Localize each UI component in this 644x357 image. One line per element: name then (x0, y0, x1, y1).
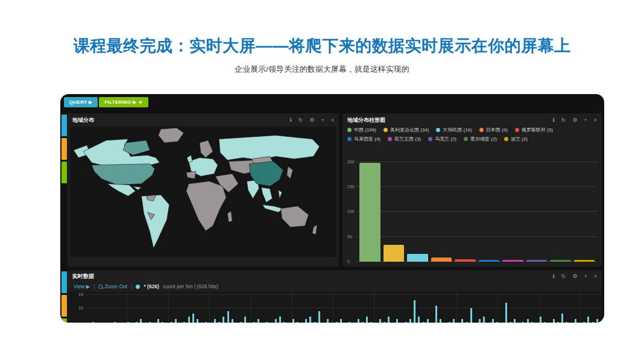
histogram-bar[interactable] (449, 322, 450, 323)
bar-3[interactable] (407, 254, 428, 262)
histogram-bar[interactable] (492, 319, 494, 323)
move-icon[interactable]: + (321, 118, 324, 123)
bar-7[interactable] (502, 260, 523, 262)
legend-item[interactable]: 荷兰王国 (3) (388, 136, 421, 142)
histogram-bar[interactable] (540, 317, 541, 323)
close-icon[interactable]: × (594, 274, 597, 279)
row-tab-green[interactable] (62, 162, 67, 183)
legend-item[interactable]: 美利坚合众国 (34) (384, 127, 429, 133)
histogram-bar[interactable] (223, 317, 224, 323)
legend-item[interactable]: 马来西亚 (4) (347, 136, 380, 142)
region-greenland[interactable] (159, 128, 184, 143)
bar-8[interactable] (526, 260, 548, 262)
histogram-bar[interactable] (275, 319, 277, 323)
histogram-bar[interactable] (114, 322, 116, 323)
histogram-bar[interactable] (453, 319, 455, 323)
region-australia[interactable] (281, 206, 309, 227)
histogram-bar[interactable] (349, 322, 350, 323)
histogram-bar[interactable] (505, 303, 507, 323)
bar-6[interactable] (479, 260, 500, 262)
legend-item[interactable]: 塞尔维亚 (2) (464, 136, 497, 142)
histogram-bar[interactable] (183, 322, 185, 323)
histogram-bar[interactable] (314, 322, 316, 323)
histogram-bar[interactable] (496, 322, 498, 323)
legend-item[interactable]: 俄罗斯联邦 (5) (515, 127, 553, 133)
histogram-bar[interactable] (362, 322, 364, 323)
histogram-bar[interactable] (318, 311, 320, 323)
region-iberia[interactable] (186, 171, 196, 178)
histogram-bar[interactable] (162, 322, 163, 323)
close-icon[interactable]: × (594, 118, 597, 123)
histogram-plot[interactable]: 1015 (68, 292, 602, 323)
histogram-bar[interactable] (561, 314, 563, 323)
histogram-bar[interactable] (279, 317, 281, 323)
histogram-bar[interactable] (240, 322, 242, 323)
world-map[interactable] (70, 127, 336, 257)
histogram-bar[interactable] (479, 319, 481, 323)
bar-4[interactable] (431, 257, 452, 262)
row-tab-orange[interactable] (62, 295, 67, 317)
histogram-bar[interactable] (175, 319, 177, 323)
row-tab-cyan[interactable] (62, 115, 67, 136)
histogram-bar[interactable] (292, 319, 294, 323)
histogram-bar[interactable] (366, 317, 368, 323)
histogram-bar[interactable] (218, 322, 220, 323)
histogram-bar[interactable] (244, 317, 246, 323)
bar-9[interactable] (550, 260, 571, 262)
histogram-bar[interactable] (266, 322, 268, 323)
histogram-bar[interactable] (440, 319, 441, 323)
info-icon[interactable]: ℹ (552, 118, 554, 123)
view-link[interactable]: View ▶ (74, 283, 90, 289)
histogram-bar[interactable] (327, 319, 329, 323)
histogram-bar[interactable] (435, 306, 437, 323)
histogram-bar[interactable] (553, 319, 555, 323)
histogram-bar[interactable] (358, 319, 359, 323)
histogram-bar[interactable] (409, 319, 411, 323)
histogram-bar[interactable] (427, 319, 429, 323)
histogram-bar[interactable] (483, 317, 485, 323)
region-indonesia[interactable] (262, 205, 283, 212)
histogram-bar[interactable] (92, 322, 94, 323)
histogram-bar[interactable] (188, 317, 190, 323)
histogram-bar[interactable] (127, 322, 129, 323)
histogram-bar[interactable] (370, 322, 372, 323)
row-tab-green[interactable] (62, 318, 67, 323)
histogram-bar[interactable] (522, 322, 524, 323)
close-icon[interactable]: × (331, 118, 334, 123)
legend-item[interactable]: 中国 (199) (347, 127, 376, 133)
refresh-icon[interactable]: ↻ (561, 274, 566, 279)
histogram-bar[interactable] (414, 300, 415, 323)
histogram-bar[interactable] (149, 322, 151, 323)
histogram-bar[interactable] (232, 319, 233, 323)
histogram-bar[interactable] (418, 317, 420, 323)
gear-icon[interactable]: ⚙ (309, 118, 314, 123)
region-mexico[interactable] (107, 184, 135, 197)
move-icon[interactable]: + (584, 274, 587, 279)
histogram-bar[interactable] (205, 322, 207, 323)
histogram-bar[interactable] (527, 319, 529, 323)
region-se-asia[interactable] (261, 188, 272, 203)
histogram-bar[interactable] (470, 308, 472, 323)
histogram-bar[interactable] (227, 311, 229, 323)
bar-2[interactable] (384, 245, 405, 262)
histogram-bar[interactable] (575, 319, 576, 323)
bar-10[interactable] (574, 260, 595, 262)
region-south-america[interactable] (142, 195, 169, 248)
region-africa[interactable] (186, 182, 226, 231)
histogram-bar[interactable] (283, 322, 285, 323)
histogram-bar[interactable] (566, 322, 567, 323)
bar-1[interactable] (359, 163, 380, 262)
region-scandinavia[interactable] (200, 141, 213, 158)
row-tab-orange[interactable] (62, 138, 67, 160)
gear-icon[interactable]: ⚙ (572, 118, 577, 123)
move-icon[interactable]: + (584, 118, 587, 123)
region-philippines[interactable] (279, 190, 282, 198)
histogram-bar[interactable] (140, 319, 142, 323)
region-caribbean[interactable] (133, 186, 141, 190)
histogram-bar[interactable] (510, 322, 511, 323)
histogram-bar[interactable] (305, 319, 307, 323)
histogram-bar[interactable] (340, 319, 342, 323)
histogram-bar[interactable] (171, 322, 172, 323)
zoom-out-link[interactable]: Zoom Out (98, 283, 127, 289)
histogram-bar[interactable] (557, 322, 559, 323)
